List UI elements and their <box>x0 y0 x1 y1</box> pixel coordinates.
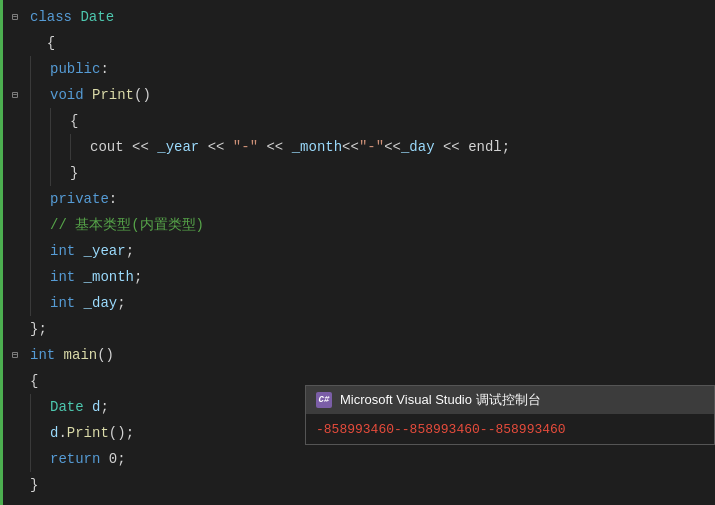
code-line: } <box>0 160 715 186</box>
indent-container <box>30 238 50 264</box>
gutter: ⊟ <box>0 11 30 23</box>
code-line: return 0; <box>0 446 715 472</box>
debug-console-popup: C# Microsoft Visual Studio 调试控制台 -858993… <box>305 385 715 445</box>
indent-guide <box>50 108 70 134</box>
token: void <box>50 87 92 103</box>
indent-container <box>30 160 70 186</box>
indent-container <box>30 186 50 212</box>
token: 0 <box>109 451 117 467</box>
indent-guide <box>50 134 70 160</box>
token: : <box>109 191 117 207</box>
debug-console-output: -858993460--858993460--858993460 <box>306 414 714 444</box>
indent-container <box>30 394 50 420</box>
token: d <box>50 425 58 441</box>
indent-guide <box>30 82 50 108</box>
indent-guide <box>30 264 50 290</box>
token: class <box>30 9 80 25</box>
token: public <box>50 61 100 77</box>
token: "-" <box>224 139 266 155</box>
code-line: int _month; <box>0 264 715 290</box>
indent-container <box>30 134 90 160</box>
code-line: } <box>0 472 715 498</box>
code-editor: ⊟class Date {public:⊟void Print(){cout <… <box>0 0 715 505</box>
token: endl <box>460 139 502 155</box>
debug-console-header: C# Microsoft Visual Studio 调试控制台 <box>306 386 714 414</box>
debug-console-icon: C# <box>316 392 332 408</box>
indent-container <box>30 264 50 290</box>
gutter: ⊟ <box>0 349 30 361</box>
indent-guide <box>30 212 50 238</box>
indent-guide <box>30 134 50 160</box>
indent-container <box>30 446 50 472</box>
token: << <box>342 139 359 155</box>
token: ; <box>126 243 134 259</box>
token: (); <box>109 425 134 441</box>
token: private <box>50 191 109 207</box>
collapse-icon[interactable]: ⊟ <box>12 11 18 23</box>
token: << <box>132 139 149 155</box>
indent-container <box>30 108 70 134</box>
token: << <box>208 139 225 155</box>
indent-container <box>30 82 50 108</box>
token: . <box>58 425 66 441</box>
debug-console-title: Microsoft Visual Studio 调试控制台 <box>340 391 541 409</box>
token: _year <box>149 139 208 155</box>
token: int <box>30 347 64 363</box>
token: } <box>70 165 78 181</box>
token: Date <box>50 399 92 415</box>
indent-guide <box>30 56 50 82</box>
token: "-" <box>359 139 384 155</box>
token: ; <box>117 451 125 467</box>
token: () <box>134 87 151 103</box>
code-line: ⊟class Date <box>0 4 715 30</box>
gutter: ⊟ <box>0 89 30 101</box>
indent-guide <box>30 420 50 446</box>
token: { <box>70 113 78 129</box>
indent-guide <box>30 394 50 420</box>
token: d <box>92 399 100 415</box>
token: << <box>443 139 460 155</box>
token: Print <box>67 425 109 441</box>
code-line: // 基本类型(内置类型) <box>0 212 715 238</box>
token: : <box>100 61 108 77</box>
token: _month <box>283 139 342 155</box>
token: Date <box>80 9 114 25</box>
token: _day <box>401 139 443 155</box>
token: { <box>30 35 55 51</box>
token: _month <box>84 269 134 285</box>
token: main <box>64 347 98 363</box>
token: int <box>50 269 84 285</box>
code-line: { <box>0 30 715 56</box>
token: int <box>50 243 84 259</box>
token: // 基本类型(内置类型) <box>50 216 204 234</box>
indent-guide <box>30 108 50 134</box>
token: Print <box>92 87 134 103</box>
token: int <box>50 295 84 311</box>
indent-guide <box>70 134 90 160</box>
token: ; <box>502 139 510 155</box>
token: _day <box>84 295 118 311</box>
code-line: private: <box>0 186 715 212</box>
code-line: }; <box>0 316 715 342</box>
indent-guide <box>30 160 50 186</box>
indent-guide <box>30 186 50 212</box>
indent-container <box>30 290 50 316</box>
token: cout <box>90 139 132 155</box>
code-line: ⊟void Print() <box>0 82 715 108</box>
code-line: ⊟int main() <box>0 342 715 368</box>
indent-guide <box>30 238 50 264</box>
token: } <box>30 477 38 493</box>
indent-container <box>30 420 50 446</box>
collapse-icon[interactable]: ⊟ <box>12 349 18 361</box>
token: << <box>266 139 283 155</box>
token: _year <box>84 243 126 259</box>
token: return <box>50 451 109 467</box>
indent-guide <box>30 290 50 316</box>
code-line: int _day; <box>0 290 715 316</box>
indent-container <box>30 56 50 82</box>
indent-guide <box>30 446 50 472</box>
code-line: cout << _year << "-" << _month<<"-"<<_da… <box>0 134 715 160</box>
collapse-icon[interactable]: ⊟ <box>12 89 18 101</box>
token: ; <box>134 269 142 285</box>
code-line: { <box>0 108 715 134</box>
